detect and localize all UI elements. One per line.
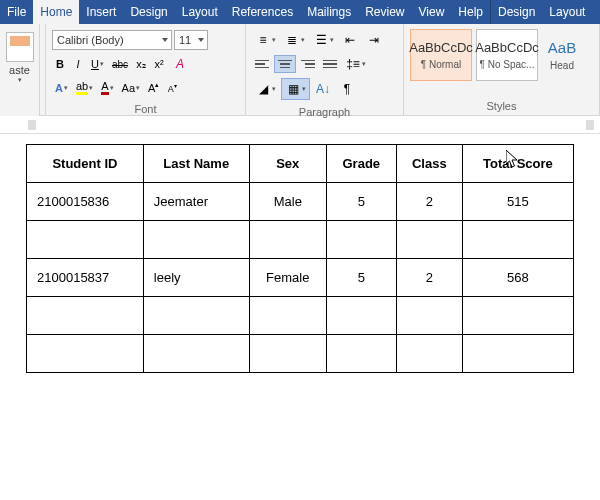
- shading-button[interactable]: ◢▾: [252, 79, 279, 99]
- pilcrow-icon: ¶: [339, 81, 355, 97]
- ribbon-tabs: File Home Insert Design Layout Reference…: [0, 0, 600, 24]
- style-normal[interactable]: AaBbCcDc ¶ Normal: [410, 29, 472, 81]
- col-class[interactable]: Class: [396, 145, 462, 183]
- table-row: 2100015837leelyFemale52568: [27, 259, 574, 297]
- char-shading-button[interactable]: Aa▾: [119, 79, 143, 97]
- subscript-button[interactable]: x₂: [133, 55, 149, 73]
- strike-button[interactable]: abc: [109, 55, 131, 73]
- tab-references[interactable]: References: [225, 0, 300, 24]
- align-right-icon: [301, 60, 315, 69]
- tab-file[interactable]: File: [0, 0, 33, 24]
- style-no-spacing[interactable]: AaBbCcDc ¶ No Spac...: [476, 29, 538, 81]
- align-right-button[interactable]: [298, 55, 318, 73]
- shrink-font-button[interactable]: A▾: [164, 79, 180, 97]
- style-heading1[interactable]: AaB Head: [542, 29, 582, 81]
- student-table[interactable]: Student ID Last Name Sex Grade Class Tot…: [26, 144, 574, 373]
- outdent-icon: ⇤: [342, 32, 358, 48]
- italic-button[interactable]: I: [70, 55, 86, 73]
- decrease-indent-button[interactable]: ⇤: [339, 30, 361, 50]
- table-row: 2100015836JeematerMale52515: [27, 183, 574, 221]
- bullets-button[interactable]: ≡▾: [252, 30, 279, 50]
- align-center-button[interactable]: [274, 55, 296, 73]
- col-grade[interactable]: Grade: [326, 145, 396, 183]
- col-sex[interactable]: Sex: [249, 145, 326, 183]
- align-justify-button[interactable]: [320, 55, 340, 73]
- bold-button[interactable]: B: [52, 55, 68, 73]
- col-last-name[interactable]: Last Name: [143, 145, 249, 183]
- sort-button[interactable]: A↓: [312, 79, 334, 99]
- table-row: [27, 335, 574, 373]
- col-total-score[interactable]: Total Score: [462, 145, 573, 183]
- tab-design[interactable]: Design: [123, 0, 174, 24]
- table-header-row: Student ID Last Name Sex Grade Class Tot…: [27, 145, 574, 183]
- multilevel-icon: ☰: [313, 32, 329, 48]
- tab-layout[interactable]: Layout: [175, 0, 225, 24]
- indent-icon: ⇥: [366, 32, 382, 48]
- font-name-select[interactable]: Calibri (Body): [52, 30, 172, 50]
- numbering-button[interactable]: ≣▾: [281, 30, 308, 50]
- line-spacing-button[interactable]: ‡≡▾: [342, 54, 369, 74]
- group-font-label: Font: [50, 101, 241, 118]
- eraser-icon: A: [172, 56, 188, 72]
- group-styles-label: Styles: [408, 98, 595, 115]
- paste-panel: aste▾: [0, 24, 40, 116]
- increase-indent-button[interactable]: ⇥: [363, 30, 385, 50]
- tell-me-icon[interactable]: [592, 0, 600, 24]
- highlight-button[interactable]: ab▾: [73, 78, 96, 97]
- clear-format-button[interactable]: A: [169, 54, 191, 74]
- tab-table-design[interactable]: Design: [490, 0, 542, 24]
- line-spacing-icon: ‡≡: [345, 56, 361, 72]
- tab-insert[interactable]: Insert: [79, 0, 123, 24]
- ruler[interactable]: [0, 118, 600, 134]
- clipboard-icon: [6, 32, 34, 62]
- align-left-icon: [255, 60, 269, 69]
- tab-mailings[interactable]: Mailings: [300, 0, 358, 24]
- table-row: [27, 297, 574, 335]
- align-left-button[interactable]: [252, 55, 272, 73]
- superscript-button[interactable]: x²: [151, 55, 167, 73]
- multilevel-button[interactable]: ☰▾: [310, 30, 337, 50]
- grow-font-button[interactable]: A▴: [145, 79, 162, 97]
- tab-table-layout[interactable]: Layout: [542, 0, 592, 24]
- font-color-button[interactable]: A▾: [98, 78, 116, 97]
- numbering-icon: ≣: [284, 32, 300, 48]
- borders-icon: ▦: [285, 81, 301, 97]
- sort-icon: A↓: [315, 81, 331, 97]
- font-size-select[interactable]: 11: [174, 30, 208, 50]
- bullets-icon: ≡: [255, 32, 271, 48]
- align-center-icon: [278, 60, 292, 69]
- table-row: [27, 221, 574, 259]
- tab-help[interactable]: Help: [451, 0, 490, 24]
- show-marks-button[interactable]: ¶: [336, 79, 358, 99]
- bucket-icon: ◢: [255, 81, 271, 97]
- col-student-id[interactable]: Student ID: [27, 145, 144, 183]
- tab-home[interactable]: Home: [33, 0, 79, 24]
- paste-button[interactable]: aste▾: [3, 28, 37, 84]
- ribbon: ✂ ⧉ 🖌 board Calibri (Body) 11 B I U▾ abc…: [0, 24, 600, 116]
- align-justify-icon: [323, 60, 337, 69]
- tab-review[interactable]: Review: [358, 0, 411, 24]
- borders-button[interactable]: ▦▾: [281, 78, 310, 100]
- tab-view[interactable]: View: [412, 0, 452, 24]
- document-page: Student ID Last Name Sex Grade Class Tot…: [0, 134, 600, 383]
- text-effects-button[interactable]: A▾: [52, 79, 71, 97]
- underline-button[interactable]: U▾: [88, 55, 107, 73]
